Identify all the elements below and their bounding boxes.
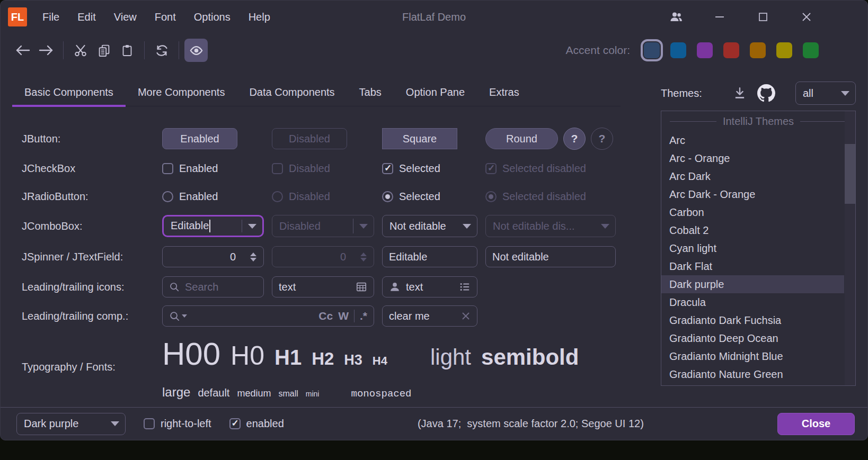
accent-swatch-green[interactable]	[803, 42, 819, 58]
github-icon[interactable]	[757, 84, 775, 102]
show-hover-eye-icon[interactable]	[184, 39, 208, 62]
textfield-editable[interactable]: Editable	[382, 246, 477, 267]
enabled-button[interactable]: Enabled	[162, 128, 237, 149]
list-icon[interactable]	[459, 281, 471, 293]
cut-icon[interactable]	[69, 39, 92, 62]
spinner[interactable]: 0	[162, 246, 264, 267]
theme-item[interactable]: Gradianto Deep Ocean	[661, 329, 844, 347]
search-dropdown-icon[interactable]	[169, 311, 187, 322]
tab-more-components[interactable]: More Components	[126, 78, 237, 106]
accent-swatch-orange[interactable]	[750, 42, 766, 58]
system-info: (Java 17; system scale factor 2.0; Segoe…	[418, 418, 644, 430]
radio-selected[interactable]: Selected	[382, 191, 477, 203]
checkbox-checked-icon[interactable]	[229, 418, 241, 429]
forward-icon[interactable]	[34, 39, 58, 62]
themes-filter-value: all	[796, 87, 835, 100]
clear-icon[interactable]	[461, 311, 471, 321]
table-icon[interactable]	[356, 281, 367, 293]
rtl-checkbox[interactable]: right-to-left	[144, 418, 211, 430]
minimize-button[interactable]	[712, 9, 728, 25]
theme-item[interactable]: Gradianto Midnight Blue	[661, 347, 844, 365]
spinner-value: 0	[272, 247, 353, 267]
back-icon[interactable]	[11, 39, 34, 62]
enabled-checkbox[interactable]: enabled	[229, 418, 284, 430]
close-dialog-button[interactable]: Close	[777, 413, 855, 435]
themes-filter-combobox[interactable]: all	[795, 82, 856, 105]
accent-swatch-yellow[interactable]	[776, 42, 792, 58]
regex-toggle[interactable]: .*	[360, 310, 367, 322]
menu-view[interactable]: View	[105, 6, 146, 29]
tab-option-pane[interactable]: Option Pane	[394, 78, 477, 106]
menu-help[interactable]: Help	[240, 6, 279, 29]
radio-label: Selected	[399, 191, 440, 203]
menu-options[interactable]: Options	[185, 6, 240, 29]
text-caret	[209, 220, 210, 232]
tab-extras[interactable]: Extras	[477, 78, 532, 106]
lookandfeel-combobox[interactable]: Dark purple	[16, 413, 126, 435]
text-input[interactable]	[406, 281, 454, 293]
chevron-down-icon[interactable]	[457, 215, 477, 237]
text-input[interactable]	[279, 281, 350, 293]
theme-item[interactable]: Arc	[661, 131, 844, 149]
clear-me-field[interactable]: clear me	[382, 305, 477, 327]
text-field-user-list[interactable]	[382, 276, 477, 297]
theme-item[interactable]: Dracula	[661, 293, 844, 311]
theme-item[interactable]: Carbon	[661, 203, 844, 221]
textfield-value: Not editable	[492, 251, 549, 263]
radio-icon[interactable]	[162, 191, 173, 202]
users-icon[interactable]	[668, 9, 684, 25]
menu-font[interactable]: Font	[146, 6, 185, 29]
tab-basic-components[interactable]: Basic Components	[12, 78, 126, 106]
theme-item-selected[interactable]: Dark purple	[661, 275, 844, 293]
combobox-not-editable[interactable]: Not editable	[382, 215, 477, 237]
match-case-toggle[interactable]: Cc	[318, 310, 333, 322]
copy-icon[interactable]	[92, 39, 116, 62]
menu-file[interactable]: File	[33, 6, 68, 29]
round-button[interactable]: Round	[485, 128, 558, 149]
search-input[interactable]	[185, 281, 257, 293]
theme-item[interactable]: Dark Flat	[661, 257, 844, 275]
theme-item[interactable]: Cyan light	[661, 239, 844, 257]
checkbox-enabled[interactable]: Enabled	[162, 163, 264, 175]
search-field[interactable]	[162, 276, 264, 297]
checkbox-selected[interactable]: Selected	[382, 163, 477, 175]
spinner-arrows[interactable]	[243, 247, 263, 267]
theme-item[interactable]: Arc - Orange	[661, 149, 844, 167]
scrollbar-thumb[interactable]	[845, 144, 855, 204]
theme-item[interactable]: Gradianto Dark Fuchsia	[661, 311, 844, 329]
leading-trailing-comp-row: Leading/trailing comp.: Cc W .* clear me	[22, 305, 632, 327]
combobox-editable[interactable]: Editable	[162, 215, 264, 237]
download-icon[interactable]	[733, 86, 747, 100]
checkbox-icon[interactable]	[162, 163, 173, 174]
chevron-down-icon[interactable]	[105, 413, 125, 435]
accent-swatch-red[interactable]	[723, 42, 739, 58]
theme-item[interactable]: Gradianto Nature Green	[661, 365, 844, 383]
spinner-value[interactable]: 0	[163, 247, 243, 267]
checkbox-checked-icon[interactable]	[382, 163, 393, 174]
whole-word-toggle[interactable]: W	[338, 310, 349, 322]
paste-icon[interactable]	[116, 39, 139, 62]
menu-edit[interactable]: Edit	[68, 6, 104, 29]
accent-swatch-blue[interactable]	[670, 42, 686, 58]
theme-item[interactable]: Arc Dark	[661, 167, 844, 185]
theme-item[interactable]: Cobalt 2	[661, 221, 844, 239]
chevron-down-icon[interactable]	[242, 217, 262, 236]
accent-swatch-purple[interactable]	[697, 42, 713, 58]
square-button[interactable]: Square	[382, 128, 457, 149]
jcheckbox-row: JCheckBox Enabled Disabled Selected Sele…	[22, 159, 632, 178]
maximize-button[interactable]	[755, 9, 771, 25]
tab-data-components[interactable]: Data Components	[237, 78, 347, 106]
search-with-options-field[interactable]: Cc W .*	[162, 305, 374, 327]
tab-tabs[interactable]: Tabs	[347, 78, 394, 106]
refresh-icon[interactable]	[150, 39, 173, 62]
clear-me-value[interactable]: clear me	[389, 310, 456, 322]
theme-item[interactable]: Arc Dark - Orange	[661, 185, 844, 203]
checkbox-icon[interactable]	[144, 418, 155, 429]
help-button[interactable]: ?	[563, 128, 586, 150]
radio-enabled[interactable]: Enabled	[162, 191, 264, 203]
text-field-trailing-table[interactable]	[272, 276, 374, 297]
close-button[interactable]	[799, 9, 814, 25]
accent-swatch-default[interactable]	[644, 42, 660, 58]
search-input[interactable]	[192, 310, 313, 322]
radio-selected-icon[interactable]	[382, 191, 393, 202]
